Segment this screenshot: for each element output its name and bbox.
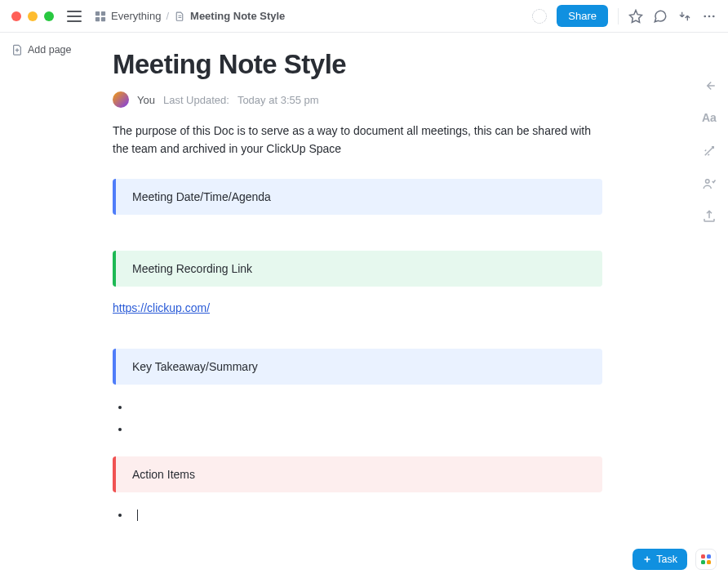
last-updated-value: Today at 3:55 pm xyxy=(237,94,319,106)
svg-point-5 xyxy=(708,15,711,17)
breadcrumb-root[interactable]: Everything xyxy=(111,10,161,22)
svg-rect-3 xyxy=(101,16,105,20)
add-page-label: Add page xyxy=(28,44,72,56)
section-key-takeaway[interactable]: Key Takeaway/Summary xyxy=(113,349,602,385)
takeaway-list[interactable] xyxy=(113,396,602,439)
status-indicator-icon[interactable] xyxy=(532,9,547,24)
more-menu-icon[interactable] xyxy=(702,9,717,24)
recording-url-link[interactable]: https://clickup.com/ xyxy=(113,301,210,314)
left-sidebar: Add page xyxy=(0,33,80,583)
add-page-button[interactable]: Add page xyxy=(11,44,80,56)
grid-icon xyxy=(95,11,106,22)
breadcrumb: Everything / Meeting Note Style xyxy=(95,10,285,22)
apps-grid-icon xyxy=(701,554,711,564)
document-icon xyxy=(174,11,185,22)
collaborators-icon[interactable] xyxy=(702,176,717,191)
right-rail: Aa xyxy=(690,78,728,224)
favorite-star-icon[interactable] xyxy=(628,9,643,24)
comment-icon[interactable] xyxy=(653,9,668,24)
list-item[interactable] xyxy=(131,418,602,440)
menu-toggle-icon[interactable] xyxy=(67,11,82,22)
ai-magic-icon[interactable] xyxy=(702,144,717,158)
export-icon[interactable] xyxy=(702,209,717,224)
svg-rect-0 xyxy=(95,11,100,15)
share-button[interactable]: Share xyxy=(557,5,608,27)
separator xyxy=(618,8,619,24)
top-bar: Everything / Meeting Note Style Share xyxy=(0,0,728,33)
minimize-window-icon[interactable] xyxy=(28,11,38,21)
breadcrumb-current[interactable]: Meeting Note Style xyxy=(190,10,285,22)
avatar[interactable] xyxy=(113,91,129,108)
document-main[interactable]: Aa Meeting Note Style You Last Updated: … xyxy=(80,33,728,583)
section-recording-link[interactable]: Meeting Recording Link xyxy=(113,251,602,287)
breadcrumb-separator: / xyxy=(166,10,169,22)
top-actions: Share xyxy=(532,5,717,27)
task-button-label: Task xyxy=(656,554,677,565)
section-meeting-datetime[interactable]: Meeting Date/Time/Agenda xyxy=(113,179,602,215)
new-task-button[interactable]: Task xyxy=(633,549,687,570)
doc-meta: You Last Updated: Today at 3:55 pm xyxy=(113,91,602,108)
list-item[interactable] xyxy=(131,504,602,526)
action-items-list[interactable] xyxy=(113,504,602,526)
window-controls xyxy=(11,11,54,21)
maximize-window-icon[interactable] xyxy=(44,11,54,21)
svg-rect-1 xyxy=(101,11,105,15)
last-updated-label: Last Updated: xyxy=(163,94,229,106)
bottom-actions: Task xyxy=(633,549,717,570)
apps-launcher-button[interactable] xyxy=(695,549,717,570)
svg-point-7 xyxy=(706,180,710,184)
section-action-items[interactable]: Action Items xyxy=(113,456,602,492)
close-window-icon[interactable] xyxy=(11,11,21,21)
author-name[interactable]: You xyxy=(137,94,155,106)
svg-rect-2 xyxy=(95,16,100,20)
svg-point-6 xyxy=(712,15,715,17)
indent-icon[interactable] xyxy=(702,78,717,93)
svg-point-4 xyxy=(704,15,706,17)
typography-icon[interactable]: Aa xyxy=(702,111,717,126)
page-title[interactable]: Meeting Note Style xyxy=(113,49,602,80)
collapse-icon[interactable] xyxy=(677,9,692,24)
list-item[interactable] xyxy=(131,396,602,418)
intro-paragraph[interactable]: The purpose of this Doc is to serve as a… xyxy=(113,122,602,158)
